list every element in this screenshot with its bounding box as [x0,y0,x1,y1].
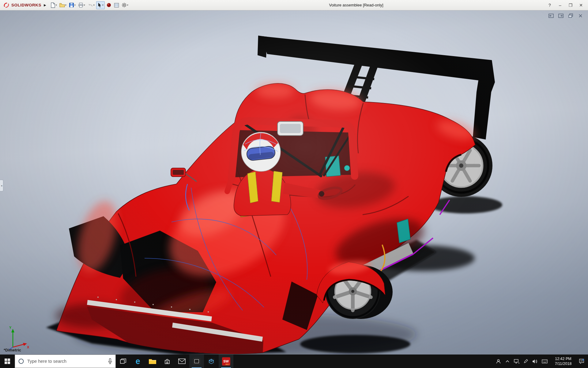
solidworks-logo-icon [3,2,10,8]
window-title: Voiture assemblee [Read-only] [329,0,383,10]
taskbar-clock[interactable]: 12:42 PM 7/11/2018 [550,356,577,366]
screenshot-app-button[interactable] [189,355,204,368]
select-tool-button[interactable]: ▾ [96,1,105,9]
taskbar: e SW 2017 [0,355,588,368]
new-document-button[interactable]: ▾ [49,1,58,9]
edge-icon: e [135,357,140,366]
open-button[interactable]: ▾ [58,1,67,9]
view-orientation-label: *Dimetric [4,348,21,352]
solidworks-logo: SOLIDWORKS [0,2,43,8]
orientation-triad: Y X [6,324,31,350]
minimize-button[interactable]: – [555,3,565,8]
solidworks-app-icon: SW 2017 [222,357,230,366]
touch-keyboard-icon[interactable] [540,355,550,368]
teal-vent [397,219,410,243]
cube-icon [208,358,215,365]
appearance-button[interactable] [105,1,112,9]
task-view-button[interactable] [116,355,130,368]
print-button[interactable]: ▾ [77,1,86,9]
show-hidden-icons-chevron[interactable] [503,355,512,368]
start-button[interactable] [0,355,15,368]
cortana-icon [18,358,24,364]
triad-y-label: Y [9,326,12,329]
titlebar: SOLIDWORKS ▶ ▾ ▾ ▾ ▾ ▾ ▾ [0,0,588,10]
people-icon[interactable] [494,355,503,368]
taskbar-search[interactable] [15,355,116,368]
desktop: Y X *Dimetric ◄ SOLIDWORKS ▶ ▾ ▾ ▾ [0,0,588,368]
rearview-mirror [277,121,303,136]
viewport-window-controls [548,13,583,18]
dark-app-icon [193,358,200,365]
mail-envelope-icon [178,358,186,364]
store-app-button[interactable] [160,355,175,368]
window-controls: ? – ❐ ✕ [545,0,586,10]
3d-viewport-canvas[interactable] [0,0,588,368]
restore-window-icon[interactable] [568,13,573,18]
store-bag-icon [164,358,171,365]
viewport[interactable]: Y X *Dimetric ◄ [0,0,588,368]
folder-icon [149,358,156,365]
action-center-icon[interactable] [577,355,588,368]
maximize-button[interactable]: ❐ [565,3,576,8]
clock-time: 12:42 PM [551,356,575,361]
close-button[interactable]: ✕ [576,3,586,8]
mail-app-button[interactable] [175,355,189,368]
quick-access-toolbar: ▾ ▾ ▾ ▾ ▾ ▾ ▾ [49,1,129,9]
solidworks-app-button[interactable]: SW 2017 [219,355,233,368]
help-button[interactable]: ? [545,3,555,8]
triad-x-label: X [27,345,29,349]
dock-pane-right-icon[interactable] [558,13,564,18]
brand-name: SOLIDWORKS [11,3,41,7]
clock-date: 7/11/2018 [551,361,575,366]
race-car-model[interactable] [55,36,495,354]
network-icon[interactable] [512,355,522,368]
options-button[interactable]: ▾ [121,1,129,9]
search-input[interactable] [27,359,105,364]
driver-helmet [241,132,281,171]
microphone-icon[interactable] [108,358,112,364]
windows-logo-icon [5,358,10,364]
toolbar-expand-arrow[interactable]: ▶ [43,3,49,7]
collapsed-panel-tab[interactable]: ◄ [0,180,3,191]
dock-pane-left-icon[interactable] [548,13,554,18]
edge-app-button[interactable]: e [130,355,145,368]
undo-button[interactable]: ▾ [87,1,96,9]
design-table-button[interactable] [113,1,120,9]
3d-viewer-app-button[interactable] [204,355,219,368]
save-button[interactable]: ▾ [68,1,77,9]
close-window-icon[interactable] [578,13,583,18]
pen-icon[interactable] [522,355,530,368]
volume-icon[interactable] [530,355,540,368]
file-explorer-button[interactable] [145,355,160,368]
system-tray: 12:42 PM 7/11/2018 [494,355,588,368]
